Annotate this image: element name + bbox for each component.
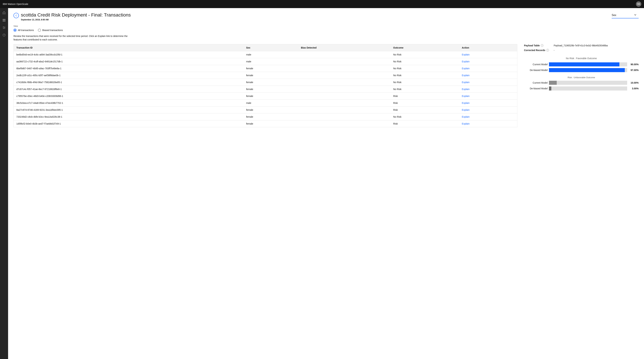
cell-sex: male bbox=[244, 100, 298, 106]
cell-action: Explain bbox=[459, 120, 517, 127]
page-description: Review the transactions that were receiv… bbox=[14, 34, 132, 42]
col-header-transaction-id: Transaction ID bbox=[14, 44, 244, 51]
cell-outcome: Risk bbox=[390, 100, 459, 106]
unfavorable-current-model-row: Current Model 10.00% bbox=[524, 81, 638, 85]
explain-link[interactable]: Explain bbox=[462, 67, 470, 70]
grid-icon bbox=[2, 18, 6, 22]
navbar-title: IBM Watson OpenScale bbox=[3, 3, 28, 6]
explain-link[interactable]: Explain bbox=[462, 81, 470, 84]
explain-link[interactable]: Explain bbox=[462, 122, 470, 125]
sex-dropdown[interactable]: Sex bbox=[612, 12, 638, 18]
sidebar-item-help[interactable]: ? bbox=[1, 32, 8, 38]
back-button[interactable] bbox=[14, 13, 19, 18]
sidebar: ? bbox=[0, 8, 8, 359]
cell-bias-detected bbox=[298, 51, 390, 58]
table-body: be6bd54d-ee19-4c6c-a694-3ad39ccb15fd-1 m… bbox=[14, 51, 517, 127]
sidebar-item-home[interactable] bbox=[1, 10, 8, 16]
radio-all-label: All transactions bbox=[18, 29, 34, 32]
radio-biased-circle bbox=[38, 29, 41, 32]
table-row: d7c67c4c-f057-41ae-8ec7-9721682df8e6-1 f… bbox=[14, 86, 517, 92]
content-right: Payload Table i Payload_7106529b-7e5f-41… bbox=[524, 44, 638, 92]
favorable-current-model-pct: 90.00% bbox=[628, 63, 638, 66]
explain-link[interactable]: Explain bbox=[462, 88, 470, 90]
corrected-records-value: - bbox=[554, 49, 554, 52]
cell-transaction-id: c79557be-d3ec-48d3-b40e-c20b53009d96-1 bbox=[14, 92, 244, 100]
radio-biased-transactions[interactable]: Biased transactions bbox=[38, 29, 63, 32]
cell-sex: female bbox=[244, 86, 298, 92]
svg-point-7 bbox=[3, 26, 4, 27]
user-avatar[interactable]: SS bbox=[636, 1, 641, 7]
cell-bias-detected bbox=[298, 72, 390, 79]
cell-bias-detected bbox=[298, 58, 390, 65]
cell-action: Explain bbox=[459, 79, 517, 86]
cell-action: Explain bbox=[459, 113, 517, 120]
cell-outcome: No Risk bbox=[390, 51, 459, 58]
sidebar-item-settings[interactable] bbox=[1, 24, 8, 31]
transactions-table: Transaction ID Sex Bias Detected Outcome… bbox=[14, 44, 517, 127]
explain-link[interactable]: Explain bbox=[462, 102, 470, 104]
cell-transaction-id: c7416b9c-f66b-4f4d-96a7-7582d6026e85-1 bbox=[14, 79, 244, 86]
explain-link[interactable]: Explain bbox=[462, 74, 470, 77]
table-row: c7416b9c-f66b-4f4d-96a7-7582d6026e85-1 f… bbox=[14, 79, 517, 86]
main-content: scottda Credit Risk Deployment - Final: … bbox=[8, 8, 644, 359]
cell-action: Explain bbox=[459, 72, 517, 79]
cell-transaction-id: 2edb120f-cd1c-495c-b5f7-aef38f8dae0b-1 bbox=[14, 72, 244, 79]
corrected-records-info-icon[interactable]: i bbox=[546, 49, 549, 52]
unfavorable-de-biased-model-row: De-biased Model 3.00% bbox=[524, 86, 638, 90]
table-row: 8a27c974-8746-4169-9231-3ea1df4ee395-1 f… bbox=[14, 106, 517, 113]
table-row: 38c5cbea-e7c7-44a8-85ee-47ee438b7702-1 m… bbox=[14, 100, 517, 106]
table-header: Transaction ID Sex Bias Detected Outcome… bbox=[14, 44, 517, 51]
cell-transaction-id: 1d5f8cf2-b0e0-4b3b-aed7-f7aeb8d1f749-1 bbox=[14, 120, 244, 127]
favorable-de-biased-model-bar bbox=[549, 68, 625, 72]
view-label: View bbox=[14, 25, 638, 27]
unfavorable-de-biased-model-pct: 3.00% bbox=[628, 87, 638, 90]
unfavorable-current-model-pct: 10.00% bbox=[628, 82, 638, 84]
explain-link[interactable]: Explain bbox=[462, 108, 470, 111]
content-layout: Transaction ID Sex Bias Detected Outcome… bbox=[14, 44, 638, 127]
payload-table-row: Payload Table i Payload_7106529b-7e5f-41… bbox=[524, 44, 638, 47]
favorable-de-biased-model-label: De-biased Model bbox=[524, 69, 548, 72]
sex-dropdown-label: Sex bbox=[612, 14, 634, 17]
favorable-de-biased-model-row: De-biased Model 97.00% bbox=[524, 68, 638, 72]
cell-sex: female bbox=[244, 120, 298, 127]
explain-link[interactable]: Explain bbox=[462, 53, 470, 56]
table-header-row: Transaction ID Sex Bias Detected Outcome… bbox=[14, 44, 517, 51]
favorable-outcome-title: No Risk : Favorable Outcome bbox=[524, 57, 638, 60]
corrected-records-label: Corrected Records i bbox=[524, 49, 551, 52]
payload-table-value: Payload_7106529b-7e5f-41c3-bcb2-9bb49293… bbox=[554, 44, 608, 47]
svg-rect-3 bbox=[4, 20, 5, 22]
cell-sex: female bbox=[244, 79, 298, 86]
cell-bias-detected bbox=[298, 86, 390, 92]
payload-table-label: Payload Table i bbox=[524, 44, 551, 47]
cell-action: Explain bbox=[459, 58, 517, 65]
cell-action: Explain bbox=[459, 106, 517, 113]
chevron-down-icon bbox=[634, 14, 636, 17]
favorable-de-biased-model-bar-container bbox=[549, 68, 627, 72]
cell-outcome: No Risk bbox=[390, 72, 459, 79]
cell-transaction-id: aa366722-c732-4cdf-aba2-6481de1517db-1 bbox=[14, 58, 244, 65]
explain-link[interactable]: Explain bbox=[462, 116, 470, 118]
favorable-de-biased-model-pct: 97.00% bbox=[628, 69, 638, 72]
radio-all-transactions[interactable]: All transactions bbox=[14, 29, 34, 32]
radio-group: All transactions Biased transactions bbox=[14, 29, 638, 32]
cell-bias-detected bbox=[298, 120, 390, 127]
payload-info-icon[interactable]: i bbox=[541, 44, 544, 47]
cell-action: Explain bbox=[459, 92, 517, 100]
table-row: 720249d2-c8cb-4bfe-b3cc-9ea14a526c38-1 f… bbox=[14, 113, 517, 120]
sidebar-item-dashboard[interactable] bbox=[1, 17, 8, 24]
cell-transaction-id: be6bd54d-ee19-4c6c-a694-3ad39ccb15fd-1 bbox=[14, 51, 244, 58]
cell-sex: female bbox=[244, 92, 298, 100]
explain-link[interactable]: Explain bbox=[462, 95, 470, 98]
svg-rect-0 bbox=[3, 19, 4, 20]
col-header-bias-detected: Bias Detected bbox=[298, 44, 390, 51]
cell-bias-detected bbox=[298, 113, 390, 120]
page-title: scottda Credit Risk Deployment - Final: … bbox=[21, 12, 131, 18]
cell-sex: female bbox=[244, 65, 298, 72]
table-row: c79557be-d3ec-48d3-b40e-c20b53009d96-1 f… bbox=[14, 92, 517, 100]
cell-bias-detected bbox=[298, 92, 390, 100]
unfavorable-de-biased-model-bar-container bbox=[549, 86, 627, 90]
favorable-current-model-bar bbox=[549, 62, 620, 66]
explain-link[interactable]: Explain bbox=[462, 60, 470, 63]
cell-action: Explain bbox=[459, 100, 517, 106]
cell-outcome: Risk bbox=[390, 106, 459, 113]
